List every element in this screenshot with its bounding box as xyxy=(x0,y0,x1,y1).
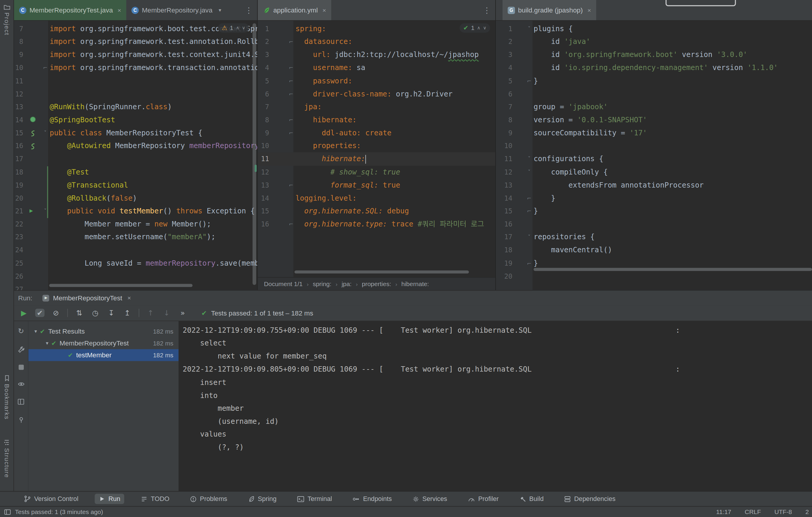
fold-marker-icon[interactable]: ⌐ xyxy=(42,61,49,75)
fold-marker-icon[interactable]: ˇ xyxy=(42,127,49,139)
code-line[interactable]: 18 @Test xyxy=(14,166,257,179)
fold-marker-icon[interactable]: ˇ xyxy=(526,22,533,35)
fold-marker-icon[interactable]: ⌐ xyxy=(288,179,294,192)
code-text[interactable]: datasource: xyxy=(295,35,352,48)
horizontal-scrollbar[interactable] xyxy=(294,270,469,273)
more-actions-icon[interactable]: » xyxy=(178,309,187,317)
code-line[interactable]: 13 extendsFrom annotationProcessor xyxy=(496,179,812,192)
rerun-tests-button[interactable]: ▶ xyxy=(19,309,28,317)
code-text[interactable]: spring: xyxy=(295,22,326,35)
fold-marker-icon[interactable]: ⌐ xyxy=(288,75,294,87)
toolwindow-dependencies[interactable]: Dependencies xyxy=(560,494,620,504)
line-number[interactable]: 25 xyxy=(14,257,23,270)
tab-memberrepository-java[interactable]: C MemberRepository.java xyxy=(126,0,218,20)
fold-marker-icon[interactable] xyxy=(42,218,49,230)
line-number[interactable]: 13 xyxy=(14,100,23,113)
line-number[interactable]: 12 xyxy=(14,87,23,100)
line-number[interactable]: 12 xyxy=(258,166,269,179)
code-line[interactable]: 16 ⌐ org.hibernate.type: trace #쿼리 파라미터 … xyxy=(258,218,495,230)
fold-marker-icon[interactable] xyxy=(288,192,294,205)
fold-marker-icon[interactable] xyxy=(42,230,49,244)
window-layout-icon[interactable] xyxy=(4,508,11,515)
line-number[interactable]: 15 xyxy=(496,205,513,218)
code-line[interactable]: 7 group = 'jpabook' xyxy=(496,100,812,113)
line-number[interactable]: 2 xyxy=(258,35,269,48)
line-separator-widget[interactable]: CRLF xyxy=(745,508,761,515)
line-number[interactable]: 10 xyxy=(14,61,23,75)
code-line[interactable]: 8 ⌐ hibernate: xyxy=(258,113,495,127)
horizontal-scrollbar[interactable] xyxy=(533,268,812,271)
fold-marker-icon[interactable] xyxy=(526,87,533,100)
code-line[interactable]: 16 @Autowired MemberRepository memberRep… xyxy=(14,139,257,153)
toolwindow-problems[interactable]: Problems xyxy=(186,494,231,504)
line-number[interactable]: 7 xyxy=(14,22,23,35)
code-line[interactable]: 2 id 'java' xyxy=(496,35,812,48)
code-text[interactable]: version = '0.0.1-SNAPSHOT' xyxy=(533,113,647,127)
spring-bean-gutter-icon[interactable] xyxy=(30,117,36,122)
code-line[interactable]: 22 Member member = new Member(); xyxy=(14,218,257,230)
test-console-output[interactable]: 2022-12-12T19:09:09.755+09:00 DEBUG 1069… xyxy=(178,321,812,491)
tab-build-gradle[interactable]: G build.gradle (jpashop) × xyxy=(502,0,596,20)
toolwindow-spring[interactable]: Spring xyxy=(244,494,281,504)
close-tab-icon[interactable]: × xyxy=(322,6,326,13)
code-text[interactable]: # show_sql: true xyxy=(295,166,400,179)
fold-marker-icon[interactable] xyxy=(42,100,49,113)
encoding-widget[interactable]: UTF-8 xyxy=(774,508,792,515)
fold-marker-icon[interactable] xyxy=(288,48,294,61)
fold-marker-icon[interactable] xyxy=(526,270,533,283)
line-number[interactable]: 6 xyxy=(258,87,269,100)
line-number[interactable]: 14 xyxy=(14,113,23,127)
pin-icon[interactable] xyxy=(18,416,24,423)
fold-marker-icon[interactable] xyxy=(42,22,49,35)
line-number[interactable]: 13 xyxy=(258,179,269,192)
code-text[interactable]: @Rollback(false) xyxy=(50,192,137,205)
code-line[interactable]: 5 ⌐ password: xyxy=(258,75,495,87)
code-line[interactable]: 8 import org.springframework.test.annota… xyxy=(14,35,257,48)
fold-marker-icon[interactable] xyxy=(288,100,294,113)
fold-marker-icon[interactable] xyxy=(526,218,533,230)
close-tab-icon[interactable]: × xyxy=(587,6,591,13)
code-line[interactable]: 10 properties: xyxy=(258,139,495,153)
code-line[interactable]: 3 url: jdbc:h2:tcp://localhost/~/jpashop xyxy=(258,48,495,61)
rerun-icon[interactable]: ↻ xyxy=(18,327,24,334)
code-line[interactable]: 13 @RunWith(SpringRunner.class) xyxy=(14,100,257,113)
tree-row-test-class[interactable]: ▾ ✔ MemberRepositoryTest 182 ms xyxy=(28,337,178,349)
line-number[interactable]: 10 xyxy=(496,139,513,153)
caret-position-widget[interactable]: 11:17 xyxy=(716,508,731,515)
code-line[interactable]: 5 ⌐ } xyxy=(496,75,812,87)
line-number[interactable]: 4 xyxy=(258,61,269,75)
line-number[interactable]: 13 xyxy=(496,179,513,192)
code-line[interactable]: 2 ⌐ datasource: xyxy=(258,35,495,48)
toolwindow-profiler[interactable]: Profiler xyxy=(464,494,503,504)
line-number[interactable]: 18 xyxy=(14,166,23,179)
code-line[interactable]: 9 import org.springframework.test.contex… xyxy=(14,48,257,61)
fold-marker-icon[interactable] xyxy=(526,244,533,257)
tab-memberrepositorytest-java[interactable]: C MemberRepositoryTest.java × xyxy=(14,0,126,20)
code-text[interactable]: logging.level: xyxy=(295,192,356,205)
code-line[interactable]: 6 xyxy=(496,87,812,100)
code-text[interactable]: hibernate: xyxy=(295,113,356,127)
vertical-scrollbar[interactable] xyxy=(253,23,256,285)
previous-failed-test-button[interactable]: ↑ xyxy=(146,309,155,317)
close-tab-icon[interactable]: × xyxy=(117,6,121,13)
code-text[interactable]: @Transactional xyxy=(50,179,128,192)
code-text[interactable]: jpa: xyxy=(295,100,321,113)
fold-marker-icon[interactable] xyxy=(42,153,49,166)
line-number[interactable]: 8 xyxy=(496,113,513,127)
expand-all-button[interactable]: ↧ xyxy=(107,309,116,317)
line-number[interactable]: 20 xyxy=(14,192,23,205)
toolwindow-build[interactable]: Build xyxy=(515,494,548,504)
code-line[interactable]: 14 @SpringBootTest xyxy=(14,113,257,127)
code-line[interactable]: 6 ⌐ driver-class-name: org.h2.Driver xyxy=(258,87,495,100)
code-text[interactable]: org.hibernate.SQL: debug xyxy=(295,205,409,218)
fold-marker-icon[interactable]: ⌐ xyxy=(526,257,533,270)
fold-marker-icon[interactable]: ⌐ xyxy=(288,127,294,139)
line-number[interactable]: 2 xyxy=(496,35,513,48)
code-line[interactable]: 17 xyxy=(14,153,257,166)
fold-marker-icon[interactable] xyxy=(42,244,49,257)
stripe-bookmarks-button[interactable]: Bookmarks xyxy=(0,375,13,420)
run-test-gutter-icon[interactable]: ▶ xyxy=(29,207,33,214)
line-number[interactable]: 18 xyxy=(496,244,513,257)
code-line[interactable]: 20 @Rollback(false) xyxy=(14,192,257,205)
code-text[interactable]: hibernate: xyxy=(295,153,366,166)
